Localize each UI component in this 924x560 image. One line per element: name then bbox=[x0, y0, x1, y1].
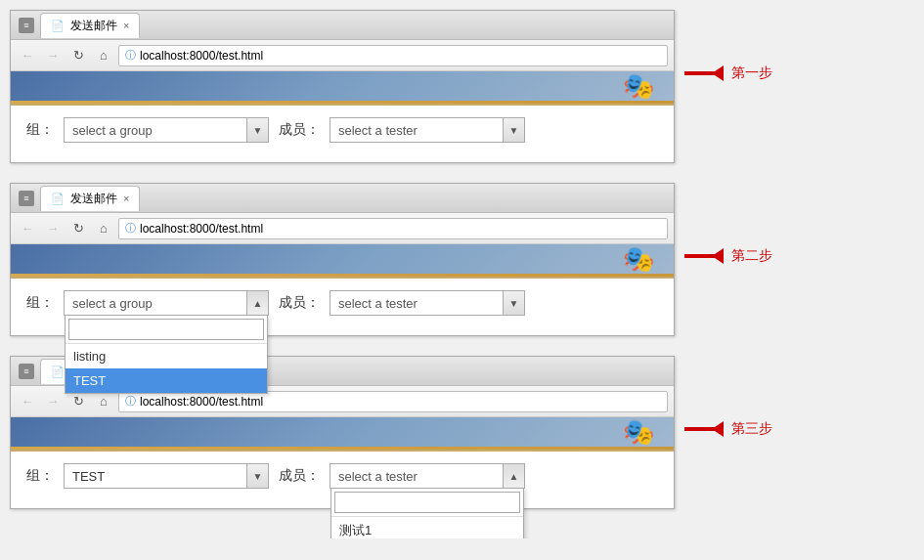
tab-close-2[interactable]: × bbox=[123, 193, 129, 204]
group-label-3: 组： bbox=[26, 467, 54, 485]
group-arrow-1: ▼ bbox=[246, 118, 268, 142]
annotation-2: 第二步 bbox=[684, 183, 772, 266]
dropdown-item-test[interactable]: TEST bbox=[66, 368, 267, 393]
tab-close-1[interactable]: × bbox=[123, 20, 129, 31]
member-dropdown-3: 测试1 测试2 bbox=[330, 488, 524, 538]
forward-btn-1[interactable]: → bbox=[42, 45, 64, 66]
form-row-2: 组： select a group ▲ listing TEST 成员： bbox=[26, 290, 658, 316]
back-btn-1[interactable]: ← bbox=[17, 45, 38, 66]
toolbar-1: ← → ↻ ⌂ ⓘ localhost:8000/test.html bbox=[11, 40, 674, 71]
member-select-text-2: select a tester bbox=[330, 296, 503, 311]
group-arrow-2: ▲ bbox=[246, 291, 268, 315]
browser-icon-2: ≡ bbox=[19, 191, 34, 206]
tab-2[interactable]: 📄 发送邮件 × bbox=[40, 186, 140, 211]
group-arrow-3: ▼ bbox=[246, 464, 268, 488]
arrow-icon-3 bbox=[684, 419, 724, 439]
back-btn-2[interactable]: ← bbox=[17, 218, 38, 239]
tab-icon-3: 📄 bbox=[51, 366, 65, 378]
address-text-2: localhost:8000/test.html bbox=[140, 222, 263, 236]
step2-container: ≡ 📄 发送邮件 × ← → ↻ ⌂ ⓘ localhost:8000/test… bbox=[10, 183, 914, 346]
member-select-text-3: select a tester bbox=[330, 469, 503, 484]
dropdown-item-listing[interactable]: listing bbox=[66, 344, 267, 368]
member-select-text-1: select a tester bbox=[330, 123, 503, 138]
tab-title-2: 发送邮件 bbox=[70, 191, 117, 207]
member-arrow-3: ▲ bbox=[503, 464, 524, 488]
arrow-icon-2 bbox=[684, 246, 724, 266]
tab-icon-1: 📄 bbox=[51, 20, 65, 32]
address-text-1: localhost:8000/test.html bbox=[140, 49, 263, 63]
address-bar-1[interactable]: ⓘ localhost:8000/test.html bbox=[118, 45, 668, 66]
group-select-3[interactable]: TEST ▼ bbox=[64, 463, 269, 489]
group-select-1[interactable]: select a group ▼ bbox=[64, 117, 269, 143]
group-select-2[interactable]: select a group ▲ listing TEST bbox=[64, 290, 269, 316]
bg-char-3: 🎭 bbox=[623, 417, 654, 447]
bg-char-2: 🎭 bbox=[623, 244, 654, 274]
address-text-3: localhost:8000/test.html bbox=[140, 395, 263, 409]
dropdown-search-input-2[interactable] bbox=[68, 319, 264, 340]
member-label-2: 成员： bbox=[279, 294, 320, 312]
browser-window-2: ≡ 📄 发送邮件 × ← → ↻ ⌂ ⓘ localhost:8000/test… bbox=[10, 183, 675, 336]
step1-container: ≡ 📄 发送邮件 × ← → ↻ ⌂ ⓘ localhost:8000/test… bbox=[10, 10, 914, 173]
forward-btn-2[interactable]: → bbox=[42, 218, 64, 239]
content-1: 组： select a group ▼ 成员： select a tester … bbox=[11, 104, 674, 162]
browser-window-1: ≡ 📄 发送邮件 × ← → ↻ ⌂ ⓘ localhost:8000/test… bbox=[10, 10, 675, 163]
bg-char-1: 🎭 bbox=[623, 71, 654, 101]
form-row-1: 组： select a group ▼ 成员： select a tester … bbox=[26, 117, 658, 143]
home-btn-2[interactable]: ⌂ bbox=[93, 218, 114, 239]
browser-icon-3: ≡ bbox=[19, 364, 34, 379]
annotation-3: 第三步 bbox=[684, 356, 772, 439]
bg-bar-1: 🎭 bbox=[11, 71, 674, 101]
content-3: 组： TEST ▼ 成员： select a tester ▲ 测试1 测试 bbox=[11, 450, 674, 508]
content-2: 组： select a group ▲ listing TEST 成员： bbox=[11, 277, 674, 335]
group-dropdown-2: listing TEST bbox=[65, 315, 268, 394]
member-dropdown-search-3 bbox=[331, 489, 523, 517]
group-label-1: 组： bbox=[26, 121, 54, 139]
group-select-text-1: select a group bbox=[65, 123, 246, 138]
tab-1[interactable]: 📄 发送邮件 × bbox=[40, 13, 140, 38]
annotation-1: 第一步 bbox=[684, 10, 772, 83]
address-icon-3: ⓘ bbox=[125, 394, 136, 409]
bg-bar-3: 🎭 bbox=[11, 417, 674, 447]
member-label-1: 成员： bbox=[279, 121, 320, 139]
titlebar-1: ≡ 📄 发送邮件 × bbox=[11, 11, 674, 40]
tab-title-1: 发送邮件 bbox=[70, 18, 117, 34]
member-label-3: 成员： bbox=[279, 467, 320, 485]
member-arrow-2: ▼ bbox=[503, 291, 524, 315]
member-select-2[interactable]: select a tester ▼ bbox=[330, 290, 525, 316]
group-select-text-3: TEST bbox=[65, 469, 246, 484]
form-row-3: 组： TEST ▼ 成员： select a tester ▲ 测试1 测试 bbox=[26, 463, 658, 489]
refresh-btn-1[interactable]: ↻ bbox=[67, 45, 89, 66]
group-label-2: 组： bbox=[26, 294, 54, 312]
member-arrow-1: ▼ bbox=[503, 118, 524, 142]
forward-btn-3[interactable]: → bbox=[42, 391, 64, 412]
step-label-2: 第二步 bbox=[731, 247, 772, 265]
browser-icon-1: ≡ bbox=[19, 18, 34, 33]
tab-icon-2: 📄 bbox=[51, 193, 65, 205]
member-select-1[interactable]: select a tester ▼ bbox=[330, 117, 525, 143]
arrow-icon-1 bbox=[684, 64, 724, 83]
member-select-3[interactable]: select a tester ▲ 测试1 测试2 bbox=[330, 463, 525, 489]
home-btn-1[interactable]: ⌂ bbox=[93, 45, 114, 66]
address-icon-2: ⓘ bbox=[125, 221, 136, 236]
titlebar-2: ≡ 📄 发送邮件 × bbox=[11, 184, 674, 213]
toolbar-2: ← → ↻ ⌂ ⓘ localhost:8000/test.html bbox=[11, 213, 674, 244]
dropdown-item-test1[interactable]: 测试1 bbox=[331, 517, 523, 538]
dropdown-search-2 bbox=[66, 316, 267, 344]
group-select-text-2: select a group bbox=[65, 296, 246, 311]
address-icon-1: ⓘ bbox=[125, 48, 136, 63]
refresh-btn-2[interactable]: ↻ bbox=[67, 218, 89, 239]
step-label-3: 第三步 bbox=[731, 420, 772, 438]
back-btn-3[interactable]: ← bbox=[17, 391, 38, 412]
address-bar-2[interactable]: ⓘ localhost:8000/test.html bbox=[118, 218, 668, 239]
step-label-1: 第一步 bbox=[731, 65, 772, 82]
bg-bar-2: 🎭 bbox=[11, 244, 674, 274]
member-dropdown-search-input-3[interactable] bbox=[334, 492, 520, 513]
